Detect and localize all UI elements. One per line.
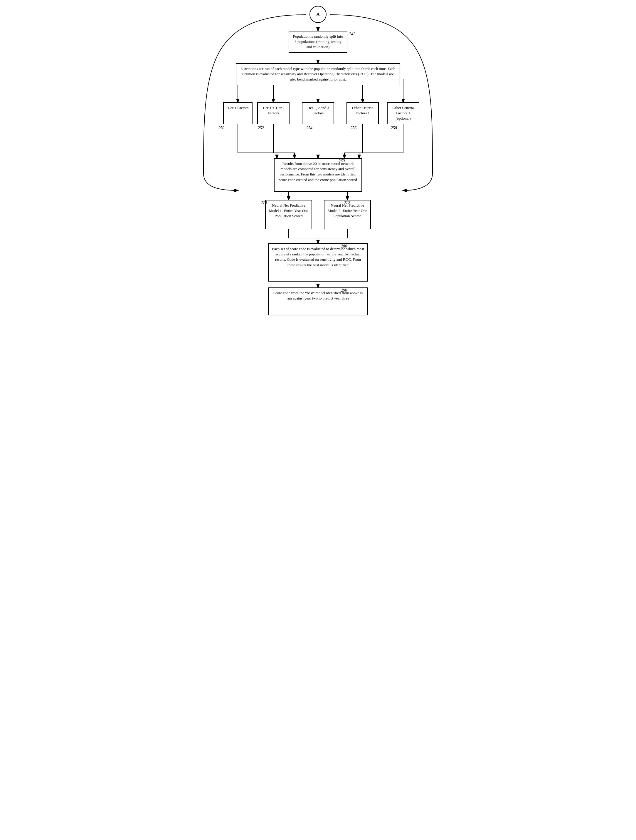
box-290: Score code from the “best” model identif…	[268, 287, 368, 315]
ref-280: 280	[341, 244, 347, 249]
ref-256: 256	[350, 126, 356, 131]
ref-272: 272	[344, 201, 350, 205]
box-256: Other Criteria Factors 1	[346, 102, 379, 124]
box-250: Tier 1 Factors	[223, 102, 252, 124]
box-260: Results from above 20 or more neural net…	[274, 158, 362, 192]
box-280: Each set of score code is evaluated to d…	[268, 243, 368, 281]
box-244: 5 Iterations are run of each model type …	[236, 63, 400, 85]
ref-242: 242	[349, 32, 355, 36]
box-254: Tier 1, 2 and 3 Factors	[302, 102, 334, 124]
flowchart-diagram: A Population is randomly split into 3 po…	[192, 6, 444, 358]
box-252: Tier 1 + Tier 2 Factors	[257, 102, 290, 124]
ref-260: 260	[338, 159, 345, 163]
ref-252: 252	[258, 126, 264, 131]
ref-258: 258	[391, 126, 397, 131]
ref-290: 290	[341, 288, 347, 293]
box-270: Neural Net Predictive Model 1 -Entire Ye…	[265, 200, 312, 229]
box-258: Other Criteria Factors 1 (optional)	[387, 102, 419, 124]
ref-250: 250	[218, 126, 224, 131]
ref-270: 270	[261, 201, 267, 205]
ref-254: 254	[306, 126, 312, 131]
box-242: Population is randomly split into 3 popu…	[289, 31, 347, 53]
node-a: A	[310, 6, 326, 23]
